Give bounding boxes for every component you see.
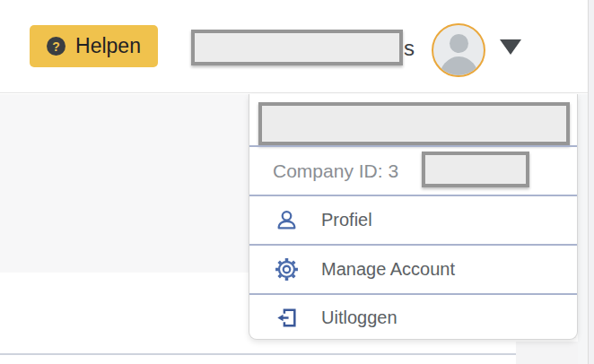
page-background-row-divider [0, 353, 516, 355]
person-icon [275, 208, 299, 232]
company-id-row: Company ID: 3 [249, 145, 577, 195]
account-name-suffix: s [404, 36, 415, 61]
page-background-block [0, 94, 249, 273]
help-button-label: Helpen [75, 34, 141, 58]
top-bar: ? Helpen s [0, 0, 588, 93]
menu-item-profile[interactable]: Profiel [249, 195, 577, 244]
avatar[interactable] [432, 23, 485, 77]
redacted-company-id-box [422, 152, 529, 187]
app-window: ? Helpen s Company ID: 3 Profiel [0, 0, 594, 364]
window-right-gutter [588, 0, 594, 364]
menu-item-label: Uitloggen [321, 308, 397, 328]
menu-item-label: Manage Account [321, 259, 455, 280]
avatar-silhouette-body [439, 56, 479, 77]
caret-down-icon[interactable] [500, 39, 521, 55]
redacted-company-name-box [258, 102, 570, 145]
menu-item-logout[interactable]: Uitloggen [249, 293, 577, 340]
menu-item-manage-account[interactable]: Manage Account [249, 244, 577, 293]
page-background-block [578, 94, 588, 364]
company-id-label: Company ID: 3 [249, 160, 398, 182]
dropdown-header-row [249, 94, 577, 145]
page-background-block [516, 342, 588, 364]
avatar-silhouette-head [450, 34, 468, 53]
logout-icon [275, 306, 299, 330]
gear-icon [275, 257, 299, 282]
help-button[interactable]: ? Helpen [30, 25, 158, 67]
menu-item-label: Profiel [321, 210, 372, 230]
question-mark-icon: ? [47, 37, 66, 56]
account-dropdown-menu: Company ID: 3 Profiel [249, 94, 578, 340]
redacted-account-name-box [191, 30, 403, 65]
